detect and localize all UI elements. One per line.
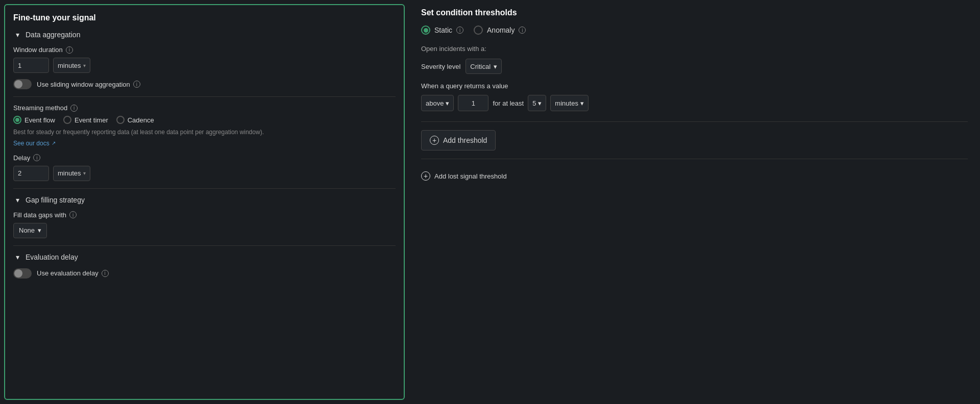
right-panel: Set condition thresholds Static i Anomal… xyxy=(409,0,980,404)
see-our-docs-link[interactable]: See our docs ↗ xyxy=(13,140,396,147)
gap-filling-header[interactable]: ▾ Gap filling strategy xyxy=(13,196,396,204)
fill-data-gaps-arrow: ▾ xyxy=(38,226,41,234)
delay-unit-value: minutes xyxy=(58,169,81,177)
add-threshold-plus-icon: + xyxy=(430,136,439,145)
evaluation-delay-toggle[interactable] xyxy=(13,268,32,279)
evaluation-delay-header[interactable]: ▾ Evaluation delay xyxy=(13,253,396,261)
event-flow-option[interactable]: Event flow xyxy=(13,116,55,124)
sliding-window-info-icon[interactable]: i xyxy=(133,81,140,88)
delay-unit-arrow: ▾ xyxy=(83,170,86,176)
fill-data-gaps-row: None ▾ xyxy=(13,223,396,238)
event-timer-label: Event timer xyxy=(75,116,108,124)
delay-input[interactable] xyxy=(13,166,49,181)
condition-divider xyxy=(421,121,968,122)
add-threshold-button[interactable]: + Add threshold xyxy=(421,130,496,150)
static-info-icon[interactable]: i xyxy=(456,27,463,34)
duration-select[interactable]: 5 ▾ xyxy=(528,95,546,111)
event-flow-label: Event flow xyxy=(24,116,55,124)
comparator-arrow: ▾ xyxy=(446,99,449,107)
evaluation-delay-toggle-row: Use evaluation delay i xyxy=(13,268,396,279)
duration-arrow: ▾ xyxy=(538,99,542,107)
open-incidents-label: Open incidents with a: xyxy=(421,45,968,53)
window-duration-info-icon[interactable]: i xyxy=(66,46,73,54)
event-timer-option[interactable]: Event timer xyxy=(63,116,108,124)
static-radio[interactable] xyxy=(421,26,430,35)
anomaly-option[interactable]: Anomaly i xyxy=(474,26,526,35)
left-panel: Fine-tune your signal ▾ Data aggregation… xyxy=(4,4,405,400)
divider-1 xyxy=(13,96,396,97)
static-option[interactable]: Static i xyxy=(421,26,463,35)
data-aggregation-label: Data aggregation xyxy=(26,31,80,39)
cadence-radio[interactable] xyxy=(116,116,125,124)
severity-select-arrow: ▾ xyxy=(494,63,497,70)
divider-3 xyxy=(13,245,396,246)
anomaly-label: Anomaly xyxy=(487,26,514,34)
duration-unit-select[interactable]: minutes ▾ xyxy=(550,95,589,111)
window-duration-row: minutes ▾ xyxy=(13,58,396,73)
severity-row: Severity level Critical ▾ xyxy=(421,59,968,74)
gap-filling-label: Gap filling strategy xyxy=(26,196,85,204)
severity-level-value: Critical xyxy=(470,63,491,70)
evaluation-delay-info-icon[interactable]: i xyxy=(102,270,109,277)
comparator-value: above xyxy=(426,99,444,107)
for-at-least-text: for at least xyxy=(493,99,524,107)
streaming-section: Streaming method i Event flow Event time… xyxy=(13,104,396,181)
cadence-label: Cadence xyxy=(128,116,154,124)
add-threshold-label: Add threshold xyxy=(443,136,487,144)
threshold-type-row: Static i Anomaly i xyxy=(421,26,968,35)
severity-level-select[interactable]: Critical ▾ xyxy=(465,59,502,74)
right-panel-title: Set condition thresholds xyxy=(421,8,968,17)
fill-data-gaps-select[interactable]: None ▾ xyxy=(13,223,47,238)
anomaly-info-icon[interactable]: i xyxy=(519,27,526,34)
streaming-method-radio-group: Event flow Event timer Cadence xyxy=(13,116,396,124)
sliding-window-label: Use sliding window aggregation i xyxy=(37,81,140,88)
cadence-option[interactable]: Cadence xyxy=(116,116,154,124)
window-duration-label-row: Window duration i xyxy=(13,46,396,54)
window-duration-unit-value: minutes xyxy=(58,62,81,69)
anomaly-radio[interactable] xyxy=(474,26,483,35)
external-link-icon: ↗ xyxy=(52,140,56,146)
divider-2 xyxy=(13,188,396,189)
delay-label: Delay xyxy=(13,154,30,162)
streaming-method-label-row: Streaming method i xyxy=(13,104,396,112)
severity-level-label: Severity level xyxy=(421,63,460,70)
streaming-method-label: Streaming method xyxy=(13,104,67,112)
delay-row: minutes ▾ xyxy=(13,166,396,181)
threshold-divider xyxy=(421,159,968,159)
fill-data-gaps-label: Fill data gaps with xyxy=(13,211,66,219)
duration-value: 5 xyxy=(532,99,536,107)
see-our-docs-label: See our docs xyxy=(13,140,50,147)
duration-unit-value: minutes xyxy=(555,99,578,107)
static-label: Static xyxy=(434,26,452,34)
duration-unit-arrow: ▾ xyxy=(580,99,584,107)
delay-info-icon[interactable]: i xyxy=(33,154,40,161)
fill-data-gaps-label-row: Fill data gaps with i xyxy=(13,211,396,219)
sliding-window-toggle[interactable] xyxy=(13,79,32,89)
add-lost-signal-label: Add lost signal threshold xyxy=(434,172,507,180)
streaming-method-info-icon[interactable]: i xyxy=(70,105,78,112)
delay-unit-select[interactable]: minutes ▾ xyxy=(53,166,90,181)
when-label: When a query returns a value xyxy=(421,82,968,90)
gap-filling-chevron: ▾ xyxy=(13,196,21,204)
left-panel-title: Fine-tune your signal xyxy=(13,13,396,22)
condition-row: above ▾ for at least 5 ▾ minutes ▾ xyxy=(421,95,968,111)
evaluation-delay-label: Evaluation delay xyxy=(26,253,78,261)
fill-data-gaps-info-icon[interactable]: i xyxy=(69,211,77,218)
data-aggregation-chevron: ▾ xyxy=(13,31,21,39)
fill-data-gaps-value: None xyxy=(19,226,35,234)
event-timer-radio[interactable] xyxy=(63,116,71,124)
window-duration-label: Window duration xyxy=(13,46,63,54)
window-duration-input[interactable] xyxy=(13,58,49,73)
window-duration-unit-select[interactable]: minutes ▾ xyxy=(53,58,90,73)
comparator-select[interactable]: above ▾ xyxy=(421,95,454,111)
event-flow-radio[interactable] xyxy=(13,116,21,124)
streaming-helper-text: Best for steady or frequently reporting … xyxy=(13,128,396,137)
window-duration-unit-arrow: ▾ xyxy=(83,63,86,68)
add-lost-signal-plus-icon: + xyxy=(421,171,430,181)
sliding-window-row: Use sliding window aggregation i xyxy=(13,79,396,89)
add-lost-signal-button[interactable]: + Add lost signal threshold xyxy=(421,167,507,185)
evaluation-delay-chevron: ▾ xyxy=(13,253,21,261)
condition-value-input[interactable] xyxy=(458,95,488,111)
evaluation-delay-toggle-label: Use evaluation delay i xyxy=(37,269,109,277)
data-aggregation-header[interactable]: ▾ Data aggregation xyxy=(13,31,396,39)
